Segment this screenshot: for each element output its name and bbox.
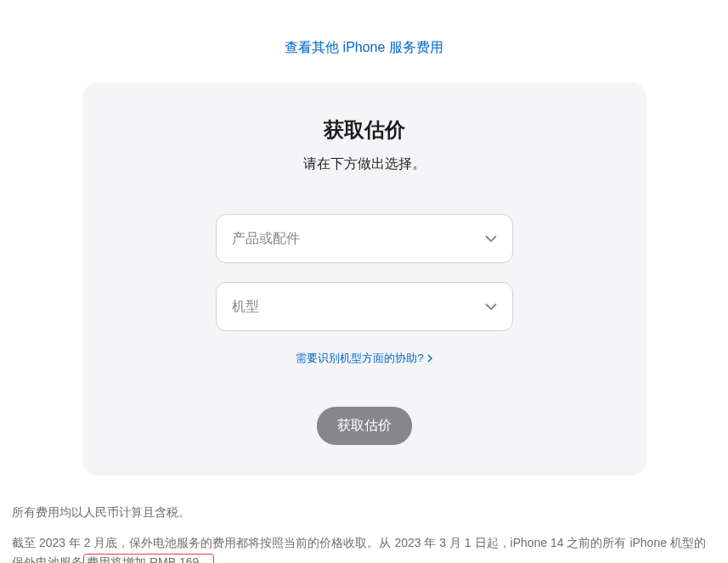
chevron-down-icon <box>485 303 497 310</box>
model-select-placeholder: 机型 <box>232 298 259 316</box>
product-select-placeholder: 产品或配件 <box>232 230 300 248</box>
chevron-right-icon <box>427 354 432 363</box>
help-link-label: 需要识别机型方面的协助? <box>296 351 423 366</box>
footer-notes: 所有费用均以人民币计算且含税。 截至 2023 年 2 月底，保外电池服务的费用… <box>8 476 720 563</box>
model-select-wrapper: 机型 <box>216 282 513 331</box>
footer-note-1: 所有费用均以人民币计算且含税。 <box>12 503 716 521</box>
view-other-services-link[interactable]: 查看其他 iPhone 服务费用 <box>285 40 443 54</box>
card-title: 获取估价 <box>82 116 646 144</box>
card-subtitle: 请在下方做出选择。 <box>82 155 646 173</box>
model-select[interactable]: 机型 <box>216 282 513 331</box>
get-estimate-button[interactable]: 获取估价 <box>317 407 412 445</box>
footer-note-2-highlight: 费用将增加 RMB 169。 <box>83 554 214 563</box>
product-select-wrapper: 产品或配件 <box>216 214 513 263</box>
top-link-container: 查看其他 iPhone 服务费用 <box>8 0 720 82</box>
chevron-down-icon <box>485 235 497 242</box>
footer-note-2: 截至 2023 年 2 月底，保外电池服务的费用都将按照当前的价格收取。从 20… <box>12 533 716 563</box>
estimate-card: 获取估价 请在下方做出选择。 产品或配件 机型 需要识别机型方面的协助? <box>82 82 646 476</box>
product-select[interactable]: 产品或配件 <box>216 214 513 263</box>
identify-model-help-link[interactable]: 需要识别机型方面的协助? <box>296 351 432 366</box>
